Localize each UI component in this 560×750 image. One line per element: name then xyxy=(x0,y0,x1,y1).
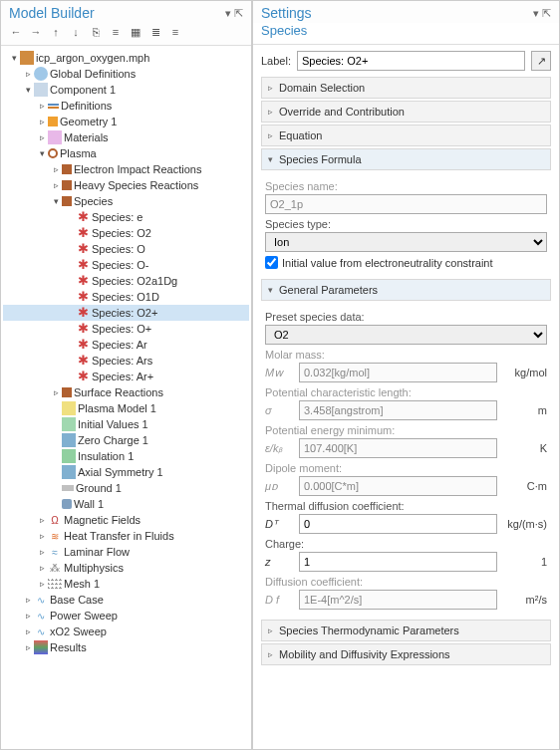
section-mobility[interactable]: ▹Mobility and Diffusivity Expressions xyxy=(261,643,551,665)
tree-item[interactable]: Species: O+ xyxy=(3,321,249,337)
pin-icon[interactable]: ▾ ⇱ xyxy=(225,7,243,20)
diffusion-symbol: D f xyxy=(265,594,295,606)
tree-item[interactable]: Species: O1D xyxy=(3,289,249,305)
tree-item[interactable]: Zero Charge 1 xyxy=(3,432,249,448)
tree-item[interactable]: ▾Component 1 xyxy=(3,82,249,98)
tree-item[interactable]: Axial Symmetry 1 xyxy=(3,464,249,480)
tree-item[interactable]: Plasma Model 1 xyxy=(3,400,249,416)
tree-item[interactable]: Species: Ar+ xyxy=(3,369,249,384)
charge-input[interactable] xyxy=(299,552,497,572)
tree-node-icon xyxy=(48,104,59,109)
tree-item[interactable]: ▾icp_argon_oxygen.mph xyxy=(3,50,249,66)
tree-item[interactable]: Wall 1 xyxy=(3,496,249,512)
tree-item[interactable]: ▾Species xyxy=(3,193,249,209)
pcl-unit: m xyxy=(501,404,547,416)
tree-item[interactable]: Initial Values 1 xyxy=(3,416,249,432)
tree-item[interactable]: ▾Plasma xyxy=(3,145,249,161)
chevron-right-icon: ▹ xyxy=(268,83,273,93)
tree-item[interactable]: Species: O2a1Dg xyxy=(3,273,249,289)
toolbar-button-7[interactable]: ≣ xyxy=(148,25,162,39)
tree-item[interactable]: Ground 1 xyxy=(3,480,249,496)
dipole-input xyxy=(299,476,497,496)
tree-twisty-icon[interactable]: ▹ xyxy=(37,515,48,525)
tree-item[interactable]: ▹Laminar Flow xyxy=(3,544,249,560)
tree-item[interactable]: ▹Mesh 1 xyxy=(3,576,249,592)
tree-twisty-icon[interactable]: ▹ xyxy=(23,626,34,636)
toolbar-button-1[interactable]: → xyxy=(29,25,43,39)
tree-item[interactable]: ▹Definitions xyxy=(3,98,249,114)
tree-node-label: Laminar Flow xyxy=(64,546,130,558)
tree-twisty-icon[interactable]: ▾ xyxy=(37,148,48,158)
tree-twisty-icon[interactable]: ▹ xyxy=(23,642,34,652)
tree-item[interactable]: Species: O2 xyxy=(3,225,249,241)
section-thermo[interactable]: ▹Species Thermodynamic Parameters xyxy=(261,620,551,641)
model-tree[interactable]: ▾icp_argon_oxygen.mph▹Global Definitions… xyxy=(1,46,251,749)
toolbar-button-0[interactable]: ← xyxy=(9,25,23,39)
tree-twisty-icon[interactable]: ▹ xyxy=(23,69,34,79)
toolbar-button-5[interactable]: ≡ xyxy=(109,25,123,39)
tree-twisty-icon[interactable]: ▹ xyxy=(37,531,48,541)
electroneutrality-checkbox[interactable] xyxy=(265,256,278,269)
tree-twisty-icon[interactable]: ▹ xyxy=(23,611,34,621)
tree-item[interactable]: ▹Base Case xyxy=(3,592,249,608)
tree-item[interactable]: Species: O xyxy=(3,241,249,257)
tree-twisty-icon[interactable]: ▹ xyxy=(51,387,62,397)
tree-item[interactable]: Insulation 1 xyxy=(3,448,249,464)
section-override[interactable]: ▹Override and Contribution xyxy=(261,101,551,123)
tree-twisty-icon[interactable]: ▾ xyxy=(9,53,20,63)
tree-twisty-icon[interactable]: ▹ xyxy=(51,164,62,174)
species-type-select[interactable]: Ion xyxy=(265,232,547,252)
settings-title-bar: Settings ▾ ⇱ xyxy=(253,1,559,23)
tree-twisty-icon[interactable]: ▹ xyxy=(23,595,34,605)
pin-icon[interactable]: ▾ ⇱ xyxy=(533,7,551,20)
tree-item[interactable]: ▹Magnetic Fields xyxy=(3,512,249,528)
toolbar-button-8[interactable]: ≡ xyxy=(168,25,182,39)
tree-twisty-icon[interactable]: ▾ xyxy=(23,85,34,95)
tree-twisty-icon[interactable]: ▹ xyxy=(37,547,48,557)
tree-item[interactable]: ▹Materials xyxy=(3,129,249,145)
preset-select[interactable]: O2 xyxy=(265,325,547,345)
toolbar-button-3[interactable]: ↓ xyxy=(69,25,83,39)
section-domain[interactable]: ▹Domain Selection xyxy=(261,77,551,99)
tree-item[interactable]: ▹xO2 Sweep xyxy=(3,624,249,639)
tree-item[interactable]: ▹Multiphysics xyxy=(3,560,249,576)
model-builder-title-bar: Model Builder ▾ ⇱ xyxy=(1,1,251,23)
tree-item[interactable]: Species: Ars xyxy=(3,353,249,369)
tree-twisty-icon[interactable]: ▹ xyxy=(51,180,62,190)
label-input[interactable] xyxy=(297,51,525,71)
toolbar-button-2[interactable]: ↑ xyxy=(49,25,63,39)
section-equation[interactable]: ▹Equation xyxy=(261,125,551,146)
settings-body: Label: ↗ ▹Domain Selection ▹Override and… xyxy=(253,45,559,749)
tree-item[interactable]: ▹Heavy Species Reactions xyxy=(3,177,249,193)
tree-item[interactable]: ▹Global Definitions xyxy=(3,66,249,82)
section-general[interactable]: ▾General Parameters xyxy=(261,279,551,301)
tree-node-icon xyxy=(76,338,90,352)
tree-twisty-icon[interactable]: ▾ xyxy=(51,196,62,206)
tree-item[interactable]: Species: Ar xyxy=(3,337,249,353)
tree-item[interactable]: ▹Geometry 1 xyxy=(3,114,249,129)
goto-icon[interactable]: ↗ xyxy=(531,51,551,71)
dipole-unit: C·m xyxy=(501,480,547,492)
tree-item[interactable]: ▹Electron Impact Reactions xyxy=(3,161,249,177)
section-formula[interactable]: ▾Species Formula xyxy=(261,148,551,170)
species-name-input xyxy=(265,194,547,214)
tree-twisty-icon[interactable]: ▹ xyxy=(37,563,48,573)
tree-item[interactable]: ▹Results xyxy=(3,639,249,655)
tree-twisty-icon[interactable]: ▹ xyxy=(37,101,48,111)
tree-twisty-icon[interactable]: ▹ xyxy=(37,132,48,142)
tree-node-label: Geometry 1 xyxy=(60,116,117,127)
toolbar-button-4[interactable]: ⎘ xyxy=(89,25,103,39)
tree-item[interactable]: ▹Power Sweep xyxy=(3,608,249,624)
tree-item[interactable]: Species: O2+ xyxy=(3,305,249,321)
tree-twisty-icon[interactable]: ▹ xyxy=(37,579,48,589)
tdc-symbol: Dᵀ xyxy=(265,518,295,531)
tdc-input[interactable] xyxy=(299,514,497,534)
tree-item[interactable]: Species: e xyxy=(3,209,249,225)
tree-twisty-icon[interactable]: ▹ xyxy=(37,117,48,126)
tree-item[interactable]: Species: O- xyxy=(3,257,249,273)
molar-mass-label: Molar mass: xyxy=(265,349,547,361)
electroneutrality-checkbox-row[interactable]: Initial value from electroneutrality con… xyxy=(265,256,547,269)
tree-item[interactable]: ▹Heat Transfer in Fluids xyxy=(3,528,249,544)
tree-item[interactable]: ▹Surface Reactions xyxy=(3,384,249,400)
toolbar-button-6[interactable]: ▦ xyxy=(129,25,142,39)
